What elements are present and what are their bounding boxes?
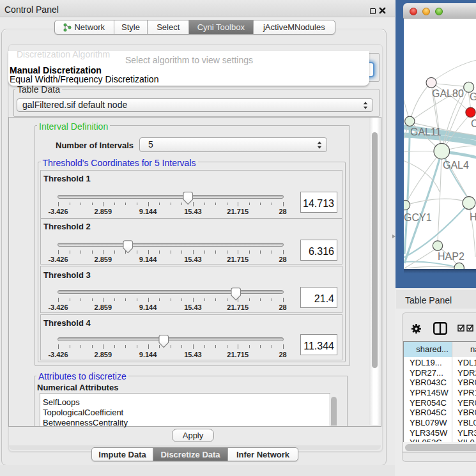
svg-text:GA: GA — [470, 91, 476, 102]
svg-text:GAL11: GAL11 — [410, 127, 441, 137]
svg-text:GAL80: GAL80 — [432, 88, 464, 99]
svg-text:C: C — [471, 118, 476, 129]
svg-text:HAP2: HAP2 — [438, 251, 464, 262]
svg-text:GCY1: GCY1 — [404, 212, 432, 223]
svg-text:H: H — [470, 211, 476, 222]
svg-text:GAL4: GAL4 — [443, 160, 469, 171]
